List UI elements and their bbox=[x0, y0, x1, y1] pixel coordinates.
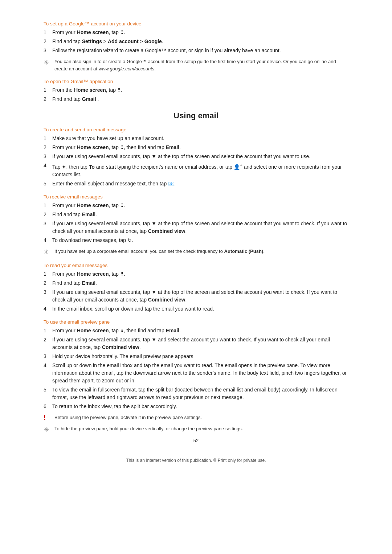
step-content: Find and tap Email. bbox=[52, 211, 348, 218]
step-content: Scroll up or down in the email inbox and… bbox=[52, 362, 348, 385]
step-num: 2 bbox=[44, 336, 52, 344]
tip-box-preview: ✳ To hide the preview pane, hold your de… bbox=[44, 425, 348, 434]
step-content: If you are using several email accounts,… bbox=[52, 336, 348, 351]
step-item: 2 Find and tap Email. bbox=[44, 211, 348, 218]
steps-preview-pane: 1 From your Home screen, tap ⠿, then fin… bbox=[44, 327, 348, 410]
step-item: 4 Scroll up or down in the email inbox a… bbox=[44, 362, 348, 385]
sun-icon: ✳ bbox=[44, 426, 52, 434]
step-content: From your Home screen, tap ⠿, then find … bbox=[52, 327, 348, 335]
step-content: Make sure that you have set up an email … bbox=[52, 135, 348, 142]
section-title-preview-pane: To use the email preview pane bbox=[44, 319, 348, 325]
steps-create-send: 1 Make sure that you have set up an emai… bbox=[44, 135, 348, 188]
step-item: 2 Find and tap Email. bbox=[44, 279, 348, 287]
step-item: 2 Find and tap Gmail . bbox=[44, 95, 348, 103]
section-title-read-email: To read your email messages bbox=[44, 263, 348, 268]
step-item: 2 Find and tap Settings > Add account > … bbox=[44, 38, 348, 45]
step-num: 1 bbox=[44, 29, 52, 36]
steps-open-gmail: 1 From the Home screen, tap ⠿. 2 Find an… bbox=[44, 86, 348, 103]
step-content: If you are using several email accounts,… bbox=[52, 220, 348, 235]
step-num: 4 bbox=[44, 237, 52, 244]
page-content: To set up a Google™ account on your devi… bbox=[44, 21, 348, 463]
tip-box-receive: ✳ If you have set up a corporate email a… bbox=[44, 248, 348, 256]
step-item: 1 From your Home screen, tap ⠿. bbox=[44, 270, 348, 278]
step-num: 3 bbox=[44, 220, 52, 227]
step-content: Enter the email subject and message text… bbox=[52, 180, 348, 188]
section-receive-email: To receive email messages 1 From your Ho… bbox=[44, 194, 348, 256]
step-content: Follow the registration wizard to create… bbox=[52, 47, 348, 54]
step-num: 1 bbox=[44, 327, 52, 335]
step-num: 3 bbox=[44, 153, 52, 160]
section-preview-pane: To use the email preview pane 1 From you… bbox=[44, 319, 348, 434]
steps-read-email: 1 From your Home screen, tap ⠿. 2 Find a… bbox=[44, 270, 348, 313]
section-title-receive-email: To receive email messages bbox=[44, 194, 348, 200]
step-num: 4 bbox=[44, 162, 52, 169]
step-content: Find and tap Email. bbox=[52, 279, 348, 287]
tip-text-preview: To hide the preview pane, hold your devi… bbox=[54, 425, 243, 432]
tip-text-receive: If you have set up a corporate email acc… bbox=[54, 248, 265, 255]
step-item: 6 To return to the inbox view, tap the s… bbox=[44, 403, 348, 410]
step-item: 3 Hold your device horizontally. The ema… bbox=[44, 353, 348, 360]
step-item: 4 Tap ✦, then tap To and start typing th… bbox=[44, 162, 348, 178]
step-item: 3 If you are using several email account… bbox=[44, 153, 348, 160]
step-content: If you are using several email accounts,… bbox=[52, 153, 348, 160]
step-item: 2 If you are using several email account… bbox=[44, 336, 348, 351]
warning-icon: ! bbox=[44, 414, 52, 422]
sun-icon: ✳ bbox=[44, 58, 52, 66]
tip-box-setup-google: ✳ You can also sign in to or create a Go… bbox=[44, 58, 348, 72]
step-content: From your Home screen, tap ⠿. bbox=[52, 270, 348, 278]
step-num: 2 bbox=[44, 144, 52, 151]
step-num: 2 bbox=[44, 279, 52, 287]
step-num: 5 bbox=[44, 386, 52, 394]
step-item: 5 Enter the email subject and message te… bbox=[44, 180, 348, 188]
step-content: From your Home screen, tap ⠿. bbox=[52, 202, 348, 209]
step-item: 1 From your Home screen, tap ⠿. bbox=[44, 202, 348, 209]
step-item: 4 In the email inbox, scroll up or down … bbox=[44, 305, 348, 313]
step-item: 1 From your Home screen, tap ⠿. bbox=[44, 29, 348, 36]
section-open-gmail: To open the Gmail™ application 1 From th… bbox=[44, 79, 348, 103]
warn-box-preview: ! Before using the preview pane, activat… bbox=[44, 414, 348, 422]
step-content: Find and tap Settings > Add account > Go… bbox=[52, 38, 348, 45]
step-item: 1 From your Home screen, tap ⠿, then fin… bbox=[44, 327, 348, 335]
step-num: 3 bbox=[44, 353, 52, 360]
step-num: 1 bbox=[44, 86, 52, 94]
step-num: 2 bbox=[44, 95, 52, 103]
step-content: From your Home screen, tap ⠿, then find … bbox=[52, 144, 348, 151]
step-num: 2 bbox=[44, 38, 52, 45]
step-num: 3 bbox=[44, 47, 52, 54]
section-title-create-send: To create and send an email message bbox=[44, 127, 348, 132]
step-num: 6 bbox=[44, 403, 52, 410]
step-item: 1 From the Home screen, tap ⠿. bbox=[44, 86, 348, 94]
steps-setup-google: 1 From your Home screen, tap ⠿. 2 Find a… bbox=[44, 29, 348, 54]
step-content: If you are using several email accounts,… bbox=[52, 288, 348, 304]
step-item: 4 To download new messages, tap ↻. bbox=[44, 237, 348, 244]
step-num: 2 bbox=[44, 211, 52, 218]
warn-text-preview: Before using the preview pane, activate … bbox=[54, 414, 202, 421]
section-create-send: To create and send an email message 1 Ma… bbox=[44, 127, 348, 188]
steps-receive-email: 1 From your Home screen, tap ⠿. 2 Find a… bbox=[44, 202, 348, 244]
step-item: 1 Make sure that you have set up an emai… bbox=[44, 135, 348, 142]
step-item: 5 To view the email in fullscreen format… bbox=[44, 386, 348, 401]
step-num: 3 bbox=[44, 288, 52, 296]
step-content: Tap ✦, then tap To and start typing the … bbox=[52, 162, 348, 178]
step-num: 4 bbox=[44, 362, 52, 369]
step-num: 1 bbox=[44, 202, 52, 209]
section-title-setup-google: To set up a Google™ account on your devi… bbox=[44, 21, 348, 26]
step-content: Find and tap Gmail . bbox=[52, 95, 348, 103]
step-num: 1 bbox=[44, 135, 52, 142]
section-title-open-gmail: To open the Gmail™ application bbox=[44, 79, 348, 84]
main-heading: Using email bbox=[44, 111, 348, 120]
step-num: 5 bbox=[44, 180, 52, 188]
step-content: From the Home screen, tap ⠿. bbox=[52, 86, 348, 94]
step-content: From your Home screen, tap ⠿. bbox=[52, 29, 348, 36]
step-content: To view the email in fullscreen format, … bbox=[52, 386, 348, 401]
sun-icon: ✳ bbox=[44, 248, 52, 256]
section-read-email: To read your email messages 1 From your … bbox=[44, 263, 348, 313]
section-setup-google: To set up a Google™ account on your devi… bbox=[44, 21, 348, 72]
step-content: Hold your device horizontally. The email… bbox=[52, 353, 348, 360]
step-item: 3 If you are using several email account… bbox=[44, 288, 348, 304]
step-content: To return to the inbox view, tap the spl… bbox=[52, 403, 348, 410]
page-footer: This is an Internet version of this publ… bbox=[44, 458, 348, 463]
page-number: 52 bbox=[44, 438, 348, 443]
tip-text-setup-google: You can also sign in to or create a Goog… bbox=[54, 58, 348, 72]
step-item: 2 From your Home screen, tap ⠿, then fin… bbox=[44, 144, 348, 151]
